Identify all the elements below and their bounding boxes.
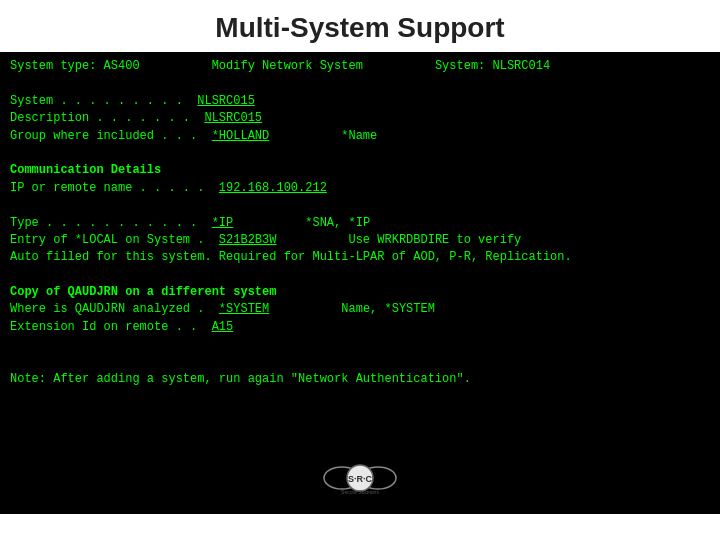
system-type-label: System type: AS400 (10, 59, 140, 73)
blank-line-6 (10, 354, 710, 371)
entry-desc: Use WRKRDBDIRE to verify (348, 233, 521, 247)
note-line: Note: After adding a system, run again "… (10, 371, 710, 388)
type-value: *IP (212, 216, 234, 230)
blank-line-4 (10, 267, 710, 284)
terminal-header: System type: AS400 Modify Network System… (10, 58, 710, 75)
blank-line-5 (10, 336, 710, 353)
type-field-row: Type . . . . . . . . . . . *IP *SNA, *IP (10, 215, 710, 232)
where-value: *SYSTEM (219, 302, 269, 316)
type-label: Type . . . . . . . . . . . (10, 216, 212, 230)
system-field-row: System . . . . . . . . . NLSRC015 (10, 93, 710, 110)
ext-field-row: Extension Id on remote . . A15 (10, 319, 710, 336)
entry-field-row: Entry of *LOCAL on System . S21B2B3W Use… (10, 232, 710, 249)
type-opts: *SNA, *IP (305, 216, 370, 230)
ip-value: 192.168.100.212 (219, 181, 327, 195)
group-opts: *Name (341, 129, 377, 143)
blank-line-2 (10, 145, 710, 162)
copy-header: Copy of QAUDJRN on a different system (10, 284, 710, 301)
page-title: Multi-System Support (0, 0, 720, 52)
blank-line-1 (10, 75, 710, 92)
where-label: Where is QAUDJRN analyzed . (10, 302, 219, 316)
group-value: *HOLLAND (212, 129, 270, 143)
group-label: Group where included . . . (10, 129, 212, 143)
ext-label: Extension Id on remote . . (10, 320, 212, 334)
blank-line-3 (10, 197, 710, 214)
comm-details-header: Communication Details (10, 162, 710, 179)
svg-text:S·R·C: S·R·C (348, 474, 373, 484)
group-field-row: Group where included . . . *HOLLAND *Nam… (10, 128, 710, 145)
ip-field-row: IP or remote name . . . . . 192.168.100.… (10, 180, 710, 197)
system-value: NLSRC015 (197, 94, 255, 108)
terminal-screen: System type: AS400 Modify Network System… (0, 52, 720, 514)
svg-text:Secure Solutions: Secure Solutions (341, 489, 379, 495)
entry-label: Entry of *LOCAL on System . (10, 233, 219, 247)
where-opts: Name, *SYSTEM (341, 302, 435, 316)
src-logo: S·R·C Secure Solutions (320, 456, 400, 506)
entry-value: S21B2B3W (219, 233, 277, 247)
where-field-row: Where is QAUDJRN analyzed . *SYSTEM Name… (10, 301, 710, 318)
auto-fill-line: Auto filled for this system. Required fo… (10, 249, 710, 266)
description-value: NLSRC015 (204, 111, 262, 125)
ip-label: IP or remote name . . . . . (10, 181, 219, 195)
modify-network-label: Modify Network System (212, 59, 363, 73)
description-field-row: Description . . . . . . . NLSRC015 (10, 110, 710, 127)
ext-value: A15 (212, 320, 234, 334)
system-label: System . . . . . . . . . (10, 94, 197, 108)
system-id: System: NLSRC014 (435, 59, 550, 73)
description-label: Description . . . . . . . (10, 111, 204, 125)
src-logo-svg: S·R·C Secure Solutions (320, 456, 400, 500)
